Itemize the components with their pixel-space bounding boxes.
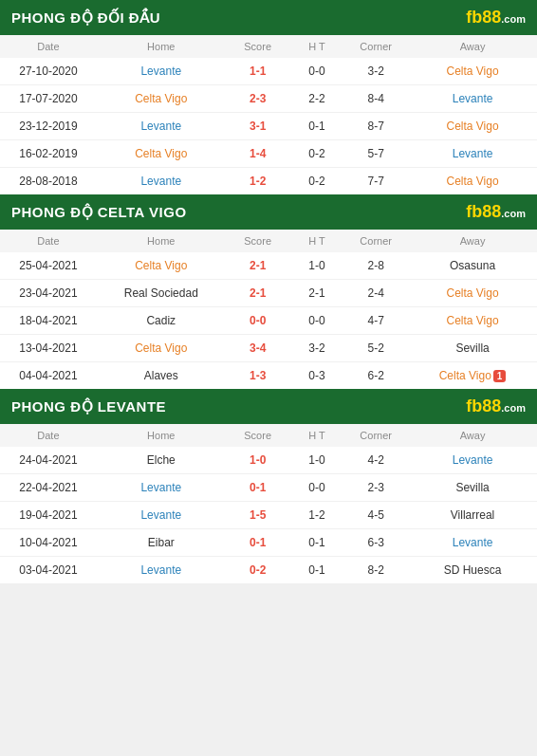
table-column-header: Date xyxy=(0,230,97,252)
cell-date: 18-04-2021 xyxy=(0,307,97,335)
cell-corner: 8-2 xyxy=(343,557,408,584)
cell-score: 1-5 xyxy=(226,502,290,529)
table-row: 25-04-2021Celta Vigo2-11-02-8Osasuna xyxy=(0,252,537,280)
table-column-header: Date xyxy=(0,35,97,58)
cell-corner: 4-7 xyxy=(343,307,408,335)
cell-corner: 8-4 xyxy=(343,85,408,113)
cell-date: 28-08-2018 xyxy=(0,168,97,195)
cell-date: 19-04-2021 xyxy=(0,502,97,529)
table-column-header: Away xyxy=(408,424,537,447)
cell-score: 0-0 xyxy=(226,307,290,335)
section-header-celta-vigo: PHONG ĐỘ CELTA VIGOfb88.com xyxy=(0,194,537,230)
table-row: 22-04-2021Levante0-10-02-3Sevilla xyxy=(0,474,537,502)
table-row: 24-04-2021Elche1-01-04-2Levante xyxy=(0,447,537,474)
table-column-header: H T xyxy=(290,424,344,447)
cell-away: Celta Vigo1 xyxy=(408,362,537,390)
table-row: 03-04-2021Levante0-20-18-2SD Huesca xyxy=(0,557,537,584)
cell-corner: 2-8 xyxy=(343,252,408,280)
cell-home: Real Sociedad xyxy=(97,280,226,307)
cell-home: Celta Vigo xyxy=(97,85,226,113)
cell-corner: 3-2 xyxy=(343,58,408,85)
table-column-header: Corner xyxy=(343,424,408,447)
cell-home: Levante xyxy=(97,113,226,140)
cell-score: 3-4 xyxy=(226,335,290,362)
cell-score: 2-1 xyxy=(226,252,290,280)
cell-ht: 0-1 xyxy=(290,113,344,140)
red-card-badge: 1 xyxy=(493,370,507,382)
section-title-head-to-head: PHONG ĐỘ ĐỐI ĐẦU xyxy=(11,9,160,27)
cell-away: Levante xyxy=(408,447,537,474)
cell-away: Sevilla xyxy=(408,474,537,502)
cell-home: Elche xyxy=(97,447,226,474)
cell-ht: 0-0 xyxy=(290,58,344,85)
section-celta-vigo: PHONG ĐỘ CELTA VIGOfb88.comDateHomeScore… xyxy=(0,194,537,389)
cell-date: 24-04-2021 xyxy=(0,447,97,474)
table-column-header: H T xyxy=(290,230,344,252)
fb88-logo: fb88.com xyxy=(466,8,526,28)
cell-home: Levante xyxy=(97,557,226,584)
cell-away: Levante xyxy=(408,85,537,113)
cell-away: Celta Vigo xyxy=(408,58,537,85)
table-column-header: Home xyxy=(97,35,226,58)
cell-date: 16-02-2019 xyxy=(0,140,97,168)
cell-corner: 8-7 xyxy=(343,113,408,140)
cell-date: 22-04-2021 xyxy=(0,474,97,502)
cell-date: 27-10-2020 xyxy=(0,58,97,85)
cell-date: 04-04-2021 xyxy=(0,362,97,390)
table-column-header: H T xyxy=(290,35,344,58)
cell-score: 0-1 xyxy=(226,474,290,502)
cell-date: 10-04-2021 xyxy=(0,529,97,557)
table-row: 28-08-2018Levante1-20-27-7Celta Vigo xyxy=(0,168,537,195)
cell-corner: 4-2 xyxy=(343,447,408,474)
section-title-celta-vigo: PHONG ĐỘ CELTA VIGO xyxy=(11,204,187,221)
cell-score: 3-1 xyxy=(226,113,290,140)
cell-ht: 1-0 xyxy=(290,447,344,474)
cell-corner: 6-2 xyxy=(343,362,408,390)
cell-ht: 2-2 xyxy=(290,85,344,113)
cell-ht: 1-2 xyxy=(290,502,344,529)
cell-date: 13-04-2021 xyxy=(0,335,97,362)
table-row: 04-04-2021Alaves1-30-36-2Celta Vigo1 xyxy=(0,362,537,390)
section-header-head-to-head: PHONG ĐỘ ĐỐI ĐẦUfb88.com xyxy=(0,0,537,35)
cell-ht: 0-1 xyxy=(290,529,344,557)
cell-ht: 1-0 xyxy=(290,252,344,280)
cell-score: 1-2 xyxy=(226,168,290,195)
table-column-header: Corner xyxy=(343,35,408,58)
table-column-header: Corner xyxy=(343,230,408,252)
cell-corner: 7-7 xyxy=(343,168,408,195)
section-header-levante: PHONG ĐỘ LEVANTEfb88.com xyxy=(0,389,537,424)
cell-corner: 5-2 xyxy=(343,335,408,362)
cell-corner: 2-3 xyxy=(343,474,408,502)
cell-home: Celta Vigo xyxy=(97,335,226,362)
table-row: 23-12-2019Levante3-10-18-7Celta Vigo xyxy=(0,113,537,140)
cell-date: 23-12-2019 xyxy=(0,113,97,140)
cell-away: Osasuna xyxy=(408,252,537,280)
cell-ht: 0-2 xyxy=(290,140,344,168)
cell-home: Celta Vigo xyxy=(97,252,226,280)
cell-ht: 0-3 xyxy=(290,362,344,390)
table-column-header: Away xyxy=(408,35,537,58)
table-head-to-head: DateHomeScoreH TCornerAway27-10-2020Leva… xyxy=(0,35,537,194)
cell-away: Celta Vigo xyxy=(408,168,537,195)
cell-score: 2-3 xyxy=(226,85,290,113)
cell-date: 23-04-2021 xyxy=(0,280,97,307)
cell-away: Celta Vigo xyxy=(408,280,537,307)
cell-date: 25-04-2021 xyxy=(0,252,97,280)
table-row: 10-04-2021Eibar0-10-16-3Levante xyxy=(0,529,537,557)
cell-away: Sevilla xyxy=(408,335,537,362)
cell-date: 17-07-2020 xyxy=(0,85,97,113)
table-column-header: Date xyxy=(0,424,97,447)
cell-score: 1-1 xyxy=(226,58,290,85)
section-head-to-head: PHONG ĐỘ ĐỐI ĐẦUfb88.comDateHomeScoreH T… xyxy=(0,0,537,194)
table-column-header: Score xyxy=(226,424,290,447)
section-title-levante: PHONG ĐỘ LEVANTE xyxy=(11,398,166,415)
cell-corner: 4-5 xyxy=(343,502,408,529)
fb88-logo: fb88.com xyxy=(466,396,526,416)
table-row: 13-04-2021Celta Vigo3-43-25-2Sevilla xyxy=(0,335,537,362)
cell-score: 1-3 xyxy=(226,362,290,390)
fb88-logo: fb88.com xyxy=(466,202,526,222)
cell-corner: 2-4 xyxy=(343,280,408,307)
cell-away: SD Huesca xyxy=(408,557,537,584)
cell-score: 0-1 xyxy=(226,529,290,557)
cell-date: 03-04-2021 xyxy=(0,557,97,584)
